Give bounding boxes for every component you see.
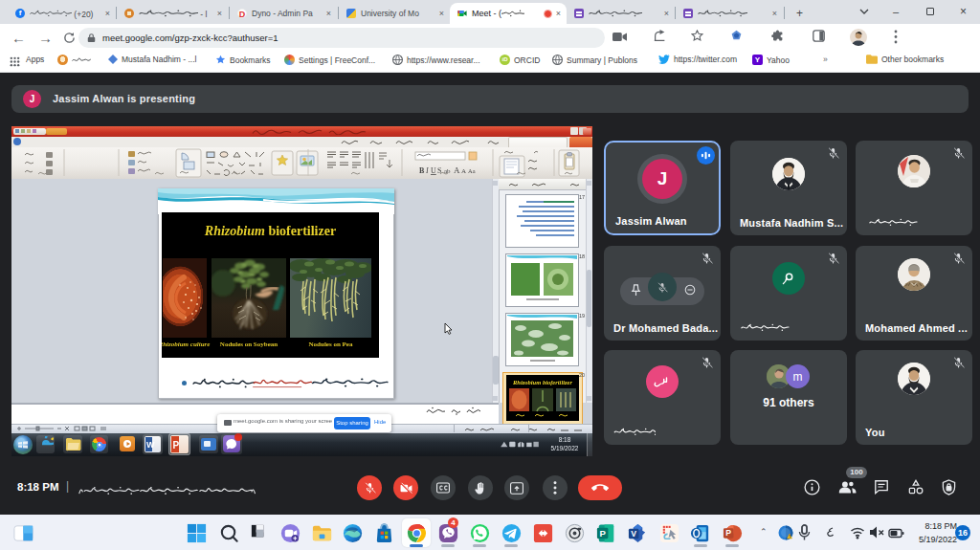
svg-text:V: V xyxy=(631,529,636,539)
svg-text:P: P xyxy=(725,528,731,538)
svg-text:Rhizobium biofertilizer: Rhizobium biofertilizer xyxy=(512,379,572,385)
svg-text:P: P xyxy=(599,528,606,539)
